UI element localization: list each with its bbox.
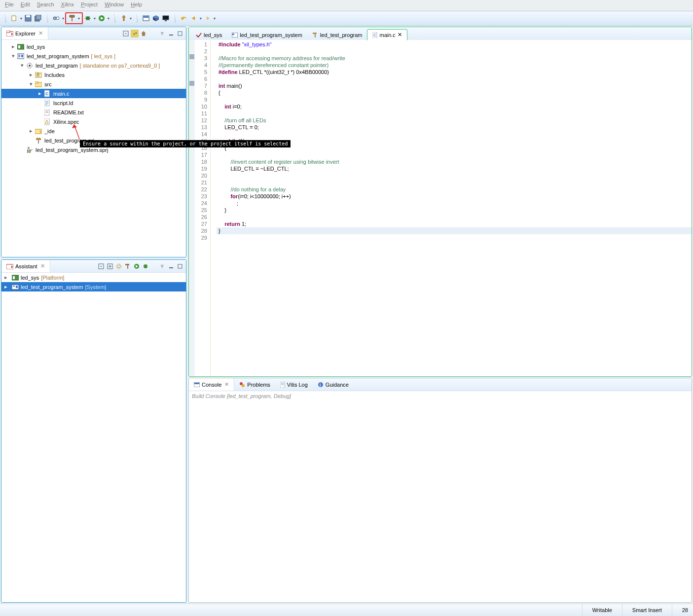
menu-window[interactable]: Window (105, 1, 124, 9)
assist-item-system[interactable]: ▸ led_test_program_system [System] (1, 282, 186, 291)
collapse-icon[interactable] (122, 30, 130, 37)
tree-item-readme[interactable]: ▸README.txt (1, 108, 186, 117)
status-insert: Smart Insert (622, 604, 672, 616)
run-icon[interactable] (97, 14, 106, 23)
status-bar: Writable Smart Insert 28 (0, 604, 693, 616)
svg-rect-78 (127, 265, 128, 269)
close-icon[interactable]: ✕ (224, 381, 229, 388)
terminal-icon[interactable] (142, 14, 150, 23)
console-body[interactable]: Build Console [led_test_program, Debug] (189, 391, 692, 602)
maximize-icon[interactable] (176, 262, 184, 270)
tree-item-system[interactable]: ▾led_test_program_system[ led_sys ] (1, 51, 186, 61)
code-area[interactable]: #include "xil_types.h" //Macro for acces… (217, 40, 692, 376)
assistant-tab[interactable]: Assistant ✕ (1, 260, 50, 272)
assistant-icon (6, 263, 13, 269)
build-button-highlight (65, 12, 83, 24)
svg-point-81 (144, 264, 147, 268)
svg-rect-9 (72, 17, 73, 21)
debug-bug-icon[interactable] (83, 14, 92, 23)
monitor-icon[interactable] (161, 14, 170, 23)
tree-item-lscript[interactable]: ▸lscript.ld (1, 98, 186, 108)
guidance-tab[interactable]: iGuidance (313, 378, 354, 391)
svg-rect-90 (232, 34, 234, 35)
new-drop[interactable] (19, 14, 23, 23)
close-icon[interactable]: ✕ (398, 32, 402, 38)
svg-point-98 (242, 384, 245, 387)
editor-tabbar: led_sys led_test_program_system led_test… (189, 27, 692, 40)
viewmenu-icon[interactable]: ▿ (158, 30, 166, 37)
link-icon[interactable] (131, 30, 139, 37)
tree-item-includes[interactable]: ▸#Includes (1, 70, 186, 79)
explorer-tab[interactable]: Explorer ✕ (1, 27, 48, 39)
hammer-icon[interactable] (68, 14, 76, 23)
assistant-tree[interactable]: ▸ led_sys [Platform] ▸ led_test_program_… (1, 273, 186, 602)
tab-program[interactable]: led_test_program (307, 30, 367, 40)
saveall-icon[interactable] (34, 14, 42, 23)
viewmenu-icon[interactable]: ▿ (158, 262, 166, 270)
svg-rect-88 (16, 286, 18, 288)
tree-item-main-c[interactable]: ▸cmain.c (1, 89, 186, 98)
svg-rect-60 (36, 138, 41, 140)
run-icon[interactable] (133, 262, 141, 270)
menu-edit[interactable]: Edit (21, 1, 30, 9)
menu-xilinx[interactable]: Xilinx (61, 1, 74, 9)
gear-icon[interactable] (115, 262, 123, 270)
svg-text:i: i (320, 382, 321, 388)
explorer-icon (6, 31, 13, 36)
perspective-icon[interactable] (52, 14, 61, 23)
menu-search[interactable]: Search (37, 1, 54, 9)
svg-marker-16 (122, 15, 125, 21)
tree-item-xilinx-spec[interactable]: ▸Xilinx.spec (1, 117, 186, 126)
tab-system[interactable]: led_test_program_system (227, 30, 307, 40)
annotation-arrow (72, 122, 82, 140)
svg-rect-0 (12, 16, 16, 21)
tab-led-sys[interactable]: led_sys (191, 30, 227, 40)
maximize-icon[interactable] (176, 30, 184, 37)
home-icon[interactable] (140, 30, 147, 37)
tree-item-program[interactable]: ▾led_test_program[ standalone on ps7_cor… (1, 61, 186, 70)
svg-rect-46 (35, 81, 38, 83)
svg-marker-25 (207, 16, 210, 20)
menu-project[interactable]: Project (81, 1, 98, 9)
vitislog-tab[interactable]: Vitis Log (275, 378, 313, 391)
marker-bar (189, 40, 195, 376)
minimize-icon[interactable] (167, 30, 175, 37)
menu-help[interactable]: Help (131, 1, 142, 9)
back-icon[interactable] (189, 14, 198, 23)
assist-item-platform[interactable]: ▸ led_sys [Platform] (1, 273, 186, 282)
collapse-icon[interactable] (97, 262, 105, 270)
new-icon[interactable] (10, 14, 19, 23)
minimize-icon[interactable] (167, 262, 175, 270)
svg-rect-85 (13, 276, 15, 279)
svg-point-64 (28, 147, 30, 149)
debug-icon[interactable] (142, 262, 149, 270)
hammer-icon[interactable] (124, 262, 132, 270)
close-icon[interactable]: ✕ (38, 30, 43, 36)
svg-rect-82 (169, 267, 173, 268)
tree-item-src[interactable]: ▾src (1, 79, 186, 89)
explorer-tree[interactable]: ▸led_sys ▾led_test_program_system[ led_s… (1, 40, 186, 257)
editor-panel: led_sys led_test_program_system led_test… (188, 27, 692, 377)
svg-rect-32 (169, 35, 173, 36)
add-icon[interactable] (106, 262, 114, 270)
save-icon[interactable] (24, 14, 33, 23)
pin-icon[interactable] (119, 14, 128, 23)
problems-tab[interactable]: Problems (234, 378, 275, 391)
tree-item-led-sys[interactable]: ▸led_sys (1, 42, 186, 51)
annotation-tooltip: Ensure a source within the project, or t… (80, 140, 291, 147)
code-editor[interactable]: 1234567891011121314151617181920212223242… (189, 40, 692, 376)
status-writable: Writable (582, 604, 622, 616)
tab-main-c[interactable]: cmain.c✕ (367, 29, 407, 40)
svg-rect-33 (178, 32, 182, 36)
console-tab[interactable]: Console✕ (189, 378, 234, 391)
fwd-icon[interactable] (203, 14, 212, 23)
close-icon[interactable]: ✕ (40, 263, 45, 269)
undo-nav-icon[interactable] (180, 14, 188, 23)
tree-item-ide[interactable]: ▸_ide (1, 126, 186, 136)
toolbar (0, 11, 693, 26)
box-icon[interactable] (151, 14, 160, 23)
svg-rect-77 (125, 264, 129, 265)
menu-file[interactable]: File (5, 1, 14, 9)
svg-rect-27 (6, 31, 10, 33)
check-icon (196, 32, 202, 38)
